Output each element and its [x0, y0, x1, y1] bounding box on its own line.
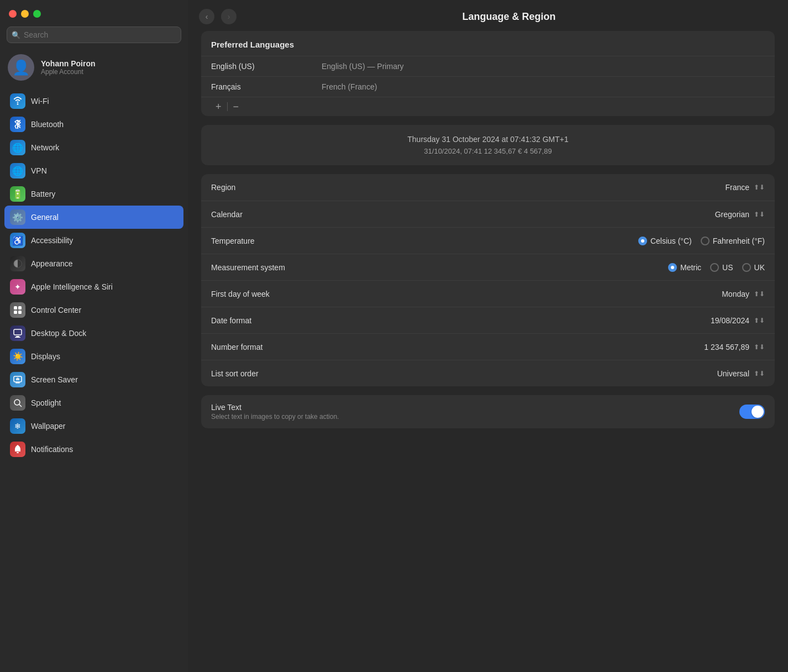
sidebar-item-displays[interactable]: ☀️ Displays [4, 345, 183, 368]
language-row-english[interactable]: English (US) English (US) — Primary [201, 56, 775, 76]
region-stepper-icon: ⬆⬇ [754, 183, 765, 191]
uk-radio[interactable] [742, 263, 751, 272]
main-content: ‹ › Language & Region Preferred Language… [188, 0, 788, 672]
language-row-french[interactable]: Français French (France) [201, 76, 775, 97]
sidebar-label-network: Network [31, 143, 59, 152]
metric-radio[interactable] [668, 263, 677, 272]
search-input[interactable] [7, 27, 181, 43]
uk-option[interactable]: UK [742, 263, 765, 272]
sidebar-item-wifi[interactable]: Wi-Fi [4, 90, 183, 113]
svg-point-0 [17, 103, 19, 105]
close-button[interactable] [9, 10, 17, 18]
date-format-row[interactable]: Date format 19/08/2024 ⬆⬇ [201, 307, 775, 333]
calendar-row[interactable]: Calendar Gregorian ⬆⬇ [201, 201, 775, 227]
back-button[interactable]: ‹ [199, 9, 214, 24]
date-format-select[interactable]: 19/08/2024 ⬆⬇ [711, 316, 765, 325]
region-select[interactable]: France ⬆⬇ [725, 183, 765, 192]
live-text-toggle[interactable] [739, 405, 765, 419]
list-sort-row[interactable]: List sort order Universal ⬆⬇ [201, 360, 775, 386]
battery-icon: 🔋 [10, 186, 25, 202]
settings-section: Region France ⬆⬇ Calendar Gregorian ⬆⬇ T… [201, 174, 775, 386]
list-sort-value: Universal [717, 369, 749, 378]
accessibility-icon: ♿ [10, 233, 25, 248]
network-icon: 🌐 [10, 140, 25, 155]
main-header: ‹ › Language & Region [188, 0, 788, 31]
lang-actions-divider [227, 102, 228, 111]
user-profile[interactable]: 👤 Yohann Poiron Apple Account [0, 50, 188, 87]
sidebar-label-wifi: Wi-Fi [31, 97, 49, 106]
traffic-lights [0, 0, 188, 24]
date-format-label: Date format [211, 316, 711, 325]
celsius-option[interactable]: Celsius (°C) [638, 237, 692, 245]
sidebar-label-appearance: Appearance [31, 259, 73, 268]
number-format-row[interactable]: Number format 1 234 567,89 ⬆⬇ [201, 333, 775, 360]
date-preview-secondary: 31/10/2024, 07:41 12 345,67 € 4 567,89 [211, 147, 765, 155]
language-name-french: Français [211, 82, 322, 91]
nav-items: Wi-Fi Bluetooth 🌐 Network 🌐 VPN [0, 87, 188, 672]
live-text-info: Live Text Select text in images to copy … [211, 403, 739, 421]
sidebar-label-battery: Battery [31, 190, 55, 198]
sidebar-label-vpn: VPN [31, 166, 47, 175]
page-title: Language & Region [243, 11, 775, 23]
date-preview-main: Thursday 31 October 2024 at 07:41:32 GMT… [211, 135, 765, 144]
sidebar-item-vpn[interactable]: 🌐 VPN [4, 159, 183, 182]
first-day-row[interactable]: First day of week Monday ⬆⬇ [201, 280, 775, 307]
us-radio[interactable] [710, 263, 719, 272]
minimize-button[interactable] [21, 10, 29, 18]
sidebar-item-general[interactable]: ⚙️ General [4, 206, 183, 229]
sidebar-item-control[interactable]: Control Center [4, 298, 183, 322]
fahrenheit-radio[interactable] [701, 237, 710, 245]
sidebar-label-wallpaper: Wallpaper [31, 422, 66, 431]
search-wrapper: 🔍 [7, 27, 181, 43]
user-subtitle: Apple Account [41, 68, 96, 76]
sidebar-item-network[interactable]: 🌐 Network [4, 136, 183, 159]
region-row[interactable]: Region France ⬆⬇ [201, 174, 775, 201]
metric-option[interactable]: Metric [668, 263, 701, 272]
first-day-label: First day of week [211, 290, 722, 298]
sidebar-item-bluetooth[interactable]: Bluetooth [4, 113, 183, 136]
svg-rect-2 [14, 306, 17, 309]
appearance-icon [10, 256, 25, 271]
sidebar-label-accessibility: Accessibility [31, 236, 73, 245]
number-format-select[interactable]: 1 234 567,89 ⬆⬇ [704, 343, 765, 351]
region-value: France [725, 183, 749, 192]
fahrenheit-option[interactable]: Fahrenheit (°F) [701, 237, 765, 245]
sidebar-item-battery[interactable]: 🔋 Battery [4, 182, 183, 206]
forward-button[interactable]: › [221, 9, 237, 24]
wallpaper-icon: ❄ [10, 418, 25, 434]
user-info: Yohann Poiron Apple Account [41, 59, 96, 76]
notifications-icon [10, 442, 25, 457]
sidebar-item-screensaver[interactable]: Screen Saver [4, 368, 183, 391]
maximize-button[interactable] [33, 10, 41, 18]
first-day-value: Monday [722, 290, 749, 298]
calendar-select[interactable]: Gregorian ⬆⬇ [715, 210, 765, 219]
fahrenheit-label: Fahrenheit (°F) [713, 237, 765, 245]
bluetooth-icon [10, 117, 25, 132]
svg-rect-8 [15, 337, 20, 338]
sidebar-item-spotlight[interactable]: Spotlight [4, 391, 183, 414]
vpn-icon: 🌐 [10, 163, 25, 179]
sidebar-item-siri[interactable]: ✦ Apple Intelligence & Siri [4, 275, 183, 298]
list-sort-label: List sort order [211, 369, 717, 378]
svg-line-12 [19, 405, 22, 407]
user-name: Yohann Poiron [41, 59, 96, 68]
screensaver-icon [10, 372, 25, 387]
add-language-button[interactable]: + [211, 102, 226, 112]
siri-icon: ✦ [10, 279, 25, 295]
sidebar-item-appearance[interactable]: Appearance [4, 252, 183, 275]
svg-point-11 [14, 400, 20, 405]
sidebar-item-accessibility[interactable]: ♿ Accessibility [4, 229, 183, 252]
avatar-icon: 👤 [12, 59, 30, 76]
svg-rect-5 [18, 311, 22, 314]
sidebar-item-notifications[interactable]: Notifications [4, 438, 183, 461]
sidebar: 🔍 👤 Yohann Poiron Apple Account Wi-Fi [0, 0, 188, 672]
first-day-select[interactable]: Monday ⬆⬇ [722, 290, 765, 298]
celsius-label: Celsius (°C) [650, 237, 692, 245]
sidebar-item-wallpaper[interactable]: ❄ Wallpaper [4, 414, 183, 438]
remove-language-button[interactable]: − [229, 102, 244, 112]
celsius-radio[interactable] [638, 237, 647, 245]
us-option[interactable]: US [710, 263, 733, 272]
sidebar-item-desktop[interactable]: Desktop & Dock [4, 322, 183, 345]
language-detail-french: French (France) [322, 82, 377, 91]
list-sort-select[interactable]: Universal ⬆⬇ [717, 369, 765, 378]
